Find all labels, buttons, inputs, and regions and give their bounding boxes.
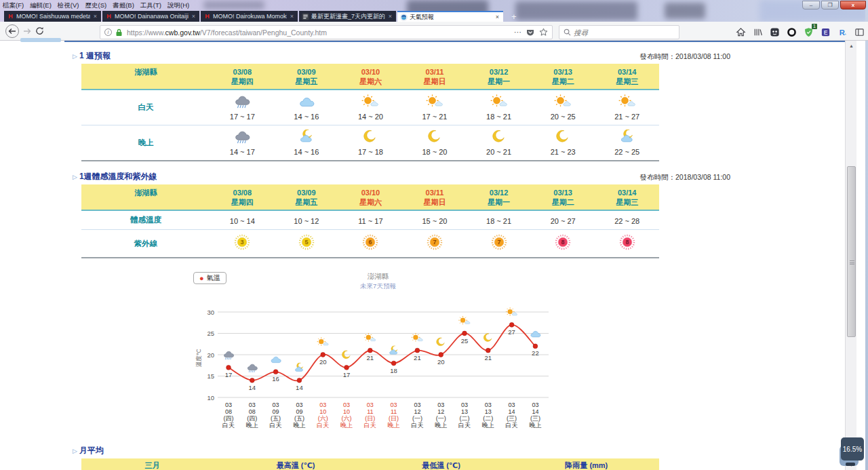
- svg-text:(五): (五): [271, 415, 281, 422]
- svg-text:03: 03: [391, 402, 397, 408]
- search-input[interactable]: [574, 28, 675, 37]
- svg-text:白天: 白天: [506, 422, 518, 429]
- feel-temp-range: 22 ~ 28: [595, 217, 659, 225]
- uv-cell: 5: [275, 234, 339, 253]
- window-controls: – ❐ x: [802, 1, 866, 9]
- svg-text:白天: 白天: [270, 422, 282, 429]
- menu-item[interactable]: 書籤(B): [113, 1, 134, 10]
- tab-strip: HMOMO! Saishuuwa medetas×HMOMO! Dainanaw…: [4, 11, 519, 22]
- svg-text:16: 16: [272, 375, 279, 383]
- browser-tab[interactable]: 最新更新漫畫_7天內更新的漫×: [299, 11, 396, 22]
- tab-close-icon[interactable]: ×: [191, 13, 197, 20]
- temp-range: 14 ~ 16: [275, 148, 339, 156]
- r-extension-icon[interactable]: R: [837, 26, 848, 37]
- scroll-up-icon[interactable]: ▲: [846, 41, 857, 51]
- vertical-scrollbar[interactable]: ▲ ▼: [845, 41, 856, 470]
- shield-extension-icon[interactable]: 1: [803, 26, 814, 37]
- svg-text:晚上: 晚上: [435, 422, 447, 429]
- moon-cloud-icon: [298, 130, 315, 144]
- day-header: 03/14星期三: [595, 188, 659, 207]
- temp-range: 21 ~ 23: [531, 148, 595, 156]
- forward-button[interactable]: [23, 28, 31, 35]
- site-info-icon[interactable]: i: [104, 28, 112, 36]
- moon-icon: [361, 130, 379, 144]
- section-title-monthly[interactable]: ▷月平均: [73, 445, 104, 456]
- svg-text:03: 03: [319, 402, 326, 408]
- back-button[interactable]: [5, 24, 19, 38]
- forecast-cell: 20 ~ 21: [467, 130, 531, 156]
- moon-icon: [554, 130, 572, 144]
- day-header: 03/10星期六: [338, 188, 403, 207]
- uv-index-icon: 6: [362, 234, 378, 250]
- home-icon[interactable]: [735, 26, 746, 37]
- svg-text:5: 5: [304, 239, 308, 246]
- svg-text:12: 12: [437, 408, 444, 415]
- day-header: 03/12星期一: [467, 67, 531, 86]
- scrollbar-thumb[interactable]: [847, 166, 856, 337]
- chart-title: 澎湖縣: [193, 272, 563, 281]
- browser-tab[interactable]: HMOMO! Saishuuwa medetas×: [4, 11, 101, 22]
- svg-text:(四): (四): [247, 415, 257, 422]
- day-header: 03/13星期二: [531, 188, 595, 207]
- svg-text:10: 10: [319, 408, 326, 415]
- zoom-overlay-widget[interactable]: 16.5%: [840, 437, 864, 467]
- svg-text:03: 03: [414, 402, 420, 408]
- pocket-icon[interactable]: [526, 28, 534, 37]
- library-icon[interactable]: [752, 26, 763, 37]
- browser-tab[interactable]: 天氣預報×: [397, 11, 503, 22]
- day-header: 03/08星期四: [210, 188, 275, 207]
- menu-item[interactable]: 歷史(S): [85, 1, 106, 10]
- svg-text:11: 11: [391, 408, 397, 415]
- tab-close-icon[interactable]: ×: [387, 13, 393, 20]
- restore-button[interactable]: ❐: [821, 1, 839, 9]
- menu-item[interactable]: 說明(H): [167, 1, 189, 10]
- browser-tab[interactable]: HMOMO! Dainanawa Onitaiji×: [102, 11, 199, 22]
- minimize-button[interactable]: –: [802, 1, 820, 9]
- bookmark-star-icon[interactable]: [539, 28, 548, 37]
- browser-tab[interactable]: HMOMO! Dairokuwa Momoki×: [201, 11, 298, 22]
- search-box[interactable]: [559, 25, 679, 39]
- sidebar-icon[interactable]: [854, 26, 865, 37]
- temp-range: 21 ~ 27: [595, 113, 659, 121]
- page-header-remnant: [20, 38, 61, 42]
- tab-favicon-icon: H: [7, 13, 14, 20]
- svg-text:20: 20: [319, 358, 327, 366]
- page-actions-icon[interactable]: ⋯: [514, 28, 521, 37]
- new-tab-button[interactable]: +: [509, 12, 519, 22]
- ring-extension-icon[interactable]: [786, 26, 797, 37]
- menu-item[interactable]: 檢視(V): [58, 1, 79, 10]
- svg-text:25: 25: [207, 330, 214, 337]
- svg-text:溫度℃: 溫度℃: [195, 349, 202, 367]
- close-button[interactable]: x: [840, 1, 866, 9]
- svg-text:10: 10: [343, 408, 350, 415]
- menu-item[interactable]: 編輯(E): [30, 1, 52, 10]
- section-title-week-forecast[interactable]: ▷1 週預報: [73, 50, 111, 62]
- day-header: 03/11星期日: [403, 67, 467, 86]
- menu-item[interactable]: 工具(T): [140, 1, 161, 10]
- uv-cell: 7: [403, 234, 467, 253]
- purple-extension-icon[interactable]: E: [820, 26, 831, 37]
- section-title-feel-uv[interactable]: ▷1週體感溫度和紫外線: [73, 171, 157, 182]
- forecast-cell: 17 ~ 21: [403, 94, 467, 121]
- url-bar[interactable]: i https://www.cwb.gov.tw/V7/forecast/tai…: [100, 25, 553, 39]
- week-forecast-day-row: 白天17 ~ 1714 ~ 1614 ~ 2017 ~ 2118 ~ 2120 …: [81, 90, 659, 125]
- svg-text:15: 15: [207, 372, 214, 380]
- tab-close-icon[interactable]: ×: [92, 13, 98, 20]
- panda-extension-icon[interactable]: [769, 26, 780, 37]
- uv-index-icon: 3: [234, 234, 250, 250]
- svg-text:R: R: [839, 28, 844, 36]
- menu-item[interactable]: 檔案(F): [3, 1, 24, 10]
- search-icon: [564, 28, 571, 36]
- svg-text:(二): (二): [460, 415, 470, 422]
- reload-button[interactable]: [35, 26, 44, 35]
- tab-close-icon[interactable]: ×: [289, 13, 295, 20]
- svg-text:21: 21: [485, 354, 492, 361]
- svg-text:7: 7: [433, 239, 436, 246]
- tab-close-icon[interactable]: ×: [494, 14, 500, 20]
- svg-text:晚上: 晚上: [246, 422, 258, 429]
- forecast-cell: 17 ~ 18: [338, 130, 403, 156]
- svg-text:晚上: 晚上: [482, 422, 494, 429]
- tab-favicon-icon: H: [203, 13, 211, 20]
- svg-text:03: 03: [485, 402, 492, 408]
- svg-text:21: 21: [367, 354, 374, 361]
